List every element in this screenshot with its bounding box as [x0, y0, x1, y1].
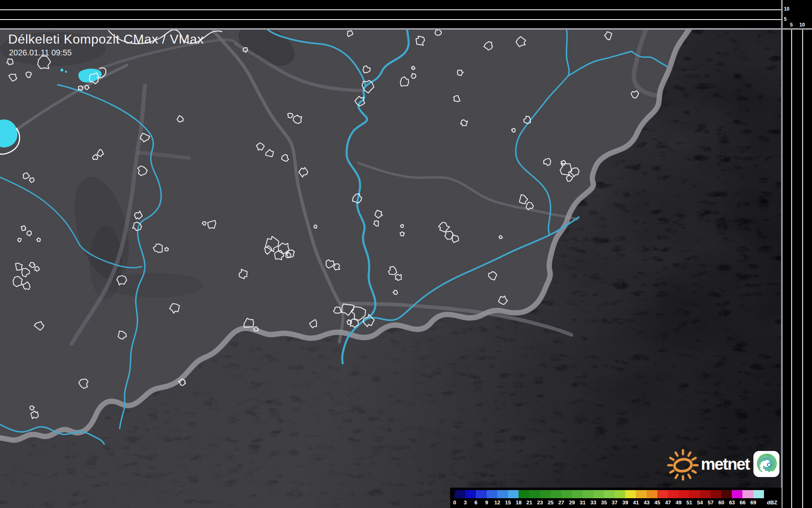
colorbar-tick-label: 41 [633, 499, 639, 506]
colorbar-segment [668, 490, 678, 498]
colorbar-segment [582, 490, 593, 498]
colorbar-segment [497, 490, 508, 498]
colorbar-segment [657, 490, 668, 498]
colorbar-segment [615, 490, 625, 498]
colorbar-segment [572, 490, 582, 498]
colorbar-segment [487, 490, 497, 498]
colorbar-segment [753, 490, 764, 498]
lake [61, 69, 63, 72]
colorbar-tick-label: 39 [622, 499, 628, 506]
colorbar-segment [700, 490, 711, 498]
timestamp: 2026.01.11 09:55 [9, 48, 72, 57]
radar-viewer: 10 5 5 10 Délkeleti Kompozit CMax / VMax… [0, 0, 812, 508]
colorbar-segment [678, 490, 689, 498]
colorbar-tick-label: 60 [718, 499, 724, 506]
colorbar-segment [604, 490, 615, 498]
top-profile-panel [0, 0, 783, 28]
colorbar-tick-label: 12 [495, 499, 500, 506]
colorbar-tick-label: 57 [708, 499, 714, 506]
colorbar-segment [465, 490, 476, 498]
colorbar-tick-label: 47 [665, 499, 671, 506]
colorbar-segment [636, 490, 646, 498]
colorbar-segment [711, 490, 721, 498]
map-right-axis-line [781, 0, 783, 508]
colorbar-segment [476, 490, 486, 498]
top-axis-label-10: 10 [784, 7, 789, 11]
colorbar-segment [529, 490, 540, 498]
colorbar-tick-label: 63 [729, 499, 735, 506]
right-axis-label-5: 5 [790, 22, 793, 27]
colorbar-tick-label: 35 [601, 499, 607, 506]
colorbar-tick-label: 6 [475, 499, 477, 506]
colorbar-tick-label: 69 [751, 499, 756, 506]
colorbar-segment [721, 490, 732, 498]
dbz-colorbar-labels: 0369121518212325272931333537394143454749… [450, 499, 781, 507]
colorbar-tick-label: 15 [505, 499, 511, 506]
map-grain [0, 29, 781, 508]
colorbar-tick-label: 18 [516, 499, 521, 506]
colorbar-segment [742, 490, 753, 498]
colorbar-tick-label: 3 [464, 499, 467, 506]
colorbar-tick-label: 27 [558, 499, 564, 506]
colorbar-tick-label: 23 [537, 499, 543, 506]
colorbar-segment [647, 490, 657, 498]
colorbar-segment [561, 490, 572, 498]
colorbar-tick-label: 31 [580, 499, 585, 506]
top-panel-gridline-10km [0, 9, 781, 10]
colorbar-tick-label: 0 [453, 499, 456, 506]
radar-map[interactable] [0, 29, 781, 508]
colorbar-segment [551, 490, 561, 498]
colorbar-unit-label: dBZ [767, 499, 777, 506]
dbz-colorbar: 0369121518212325272931333537394143454749… [450, 488, 781, 508]
colorbar-tick-label: 54 [697, 499, 703, 506]
colorbar-segment [732, 490, 742, 498]
colorbar-tick-label: 29 [569, 499, 575, 506]
colorbar-segment [689, 490, 700, 498]
colorbar-tick-label: 49 [676, 499, 681, 506]
colorbar-tick-label: 66 [740, 499, 745, 506]
colorbar-tick-label: 9 [485, 499, 488, 506]
metnet-logo: metnet [667, 447, 779, 481]
colorbar-tick-label: 25 [548, 499, 554, 506]
dbz-colorbar-segments [455, 490, 764, 498]
metnet-app-icon [753, 451, 779, 477]
colorbar-segment [593, 490, 604, 498]
colorbar-segment [508, 490, 519, 498]
metnet-logo-text: metnet [701, 455, 749, 473]
colorbar-tick-label: 45 [654, 499, 660, 506]
top-axis-label-5: 5 [784, 17, 787, 22]
map-canvas [0, 29, 781, 508]
right-panel-gridline-5km [791, 29, 792, 508]
colorbar-tick-label: 43 [643, 499, 649, 506]
sun-icon [667, 447, 699, 481]
colorbar-tick-label: 33 [590, 499, 596, 506]
right-panel-gridline-10km [802, 29, 803, 508]
right-profile-panel [783, 0, 812, 508]
colorbar-tick-label: 37 [612, 499, 617, 506]
page-title: Délkeleti Kompozit CMax / VMax [8, 32, 204, 47]
colorbar-segment [625, 490, 636, 498]
map-top-axis-line [0, 28, 812, 30]
right-axis-label-10: 10 [799, 22, 805, 27]
colorbar-tick-label: 21 [526, 499, 532, 506]
lake [65, 71, 67, 73]
colorbar-segment [519, 490, 529, 498]
colorbar-segment [540, 490, 551, 498]
colorbar-tick-label: 51 [686, 499, 692, 506]
colorbar-segment [455, 490, 465, 498]
top-panel-gridline-5km [0, 19, 781, 20]
